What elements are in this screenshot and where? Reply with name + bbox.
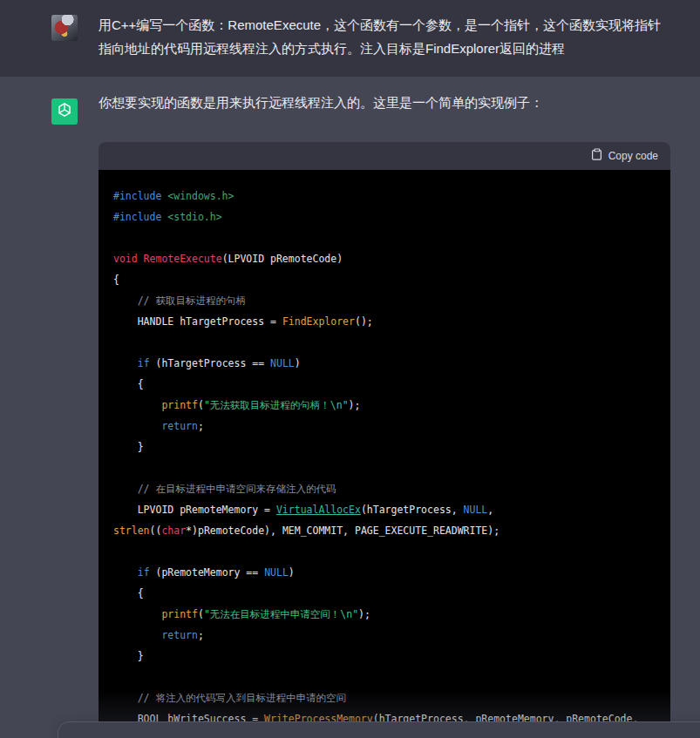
copy-code-label: Copy code — [608, 150, 658, 162]
code-line: { — [113, 374, 656, 395]
assistant-message-row: 你想要实现的函数是用来执行远程线程注入的。这里是一个简单的实现例子： Copy … — [0, 77, 700, 738]
code-line: // 在目标进程中申请空间来存储注入的代码 — [113, 478, 656, 499]
user-message-row: 用C++编写一个函数：RemoteExecute，这个函数有一个参数，是一个指针… — [0, 0, 700, 77]
code-line: } — [113, 646, 656, 667]
code-line — [113, 541, 656, 562]
code-block-header: Copy code — [99, 142, 670, 170]
code-line: printf("无法在目标进程中申请空间！\n"); — [113, 604, 656, 625]
code-line: printf("无法获取目标进程的句柄！\n"); — [113, 395, 656, 416]
chat-page: { "user_message": { "text": "用C++编写一个函数：… — [0, 0, 700, 738]
user-message-text: 用C++编写一个函数：RemoteExecute，这个函数有一个参数，是一个指针… — [99, 13, 670, 60]
code-line — [113, 332, 656, 353]
code-line — [113, 227, 656, 248]
code-line: HANDLE hTargetProcess = FindExplorer(); — [113, 311, 656, 332]
code-line — [113, 667, 656, 687]
code-line: return; — [113, 625, 656, 646]
clipboard-icon — [591, 148, 602, 164]
chat-input[interactable] — [58, 721, 700, 738]
code-body: #include <windows.h>#include <stdio.h> v… — [99, 170, 670, 738]
assistant-avatar — [51, 98, 78, 125]
code-line: #include <stdio.h> — [113, 207, 656, 227]
code-line: if (pRemoteMemory == NULL) — [113, 562, 656, 583]
user-avatar — [51, 15, 78, 41]
assistant-intro-text: 你想要实现的函数是用来执行远程线程注入的。这里是一个简单的实现例子： — [99, 91, 670, 114]
code-block: Copy code #include <windows.h>#include <… — [99, 142, 670, 738]
code-line: LPVOID pRemoteMemory = VirtualAllocEx(hT… — [113, 499, 656, 520]
code-line: } — [113, 437, 656, 457]
code-content: #include <windows.h>#include <stdio.h> v… — [113, 186, 656, 729]
code-line: { — [113, 583, 656, 604]
code-line: if (hTargetProcess == NULL) — [113, 353, 656, 374]
code-line: { — [113, 269, 656, 290]
openai-logo-icon — [55, 100, 74, 123]
code-line: strlen((char*)pRemoteCode), MEM_COMMIT, … — [113, 520, 656, 541]
code-line: return; — [113, 416, 656, 437]
code-line: // 将注入的代码写入到目标进程中申请的空间 — [113, 687, 656, 708]
code-line: void RemoteExecute(LPVOID pRemoteCode) — [113, 248, 656, 269]
code-line: // 获取目标进程的句柄 — [113, 290, 656, 311]
code-line: #include <windows.h> — [113, 186, 656, 207]
copy-code-button[interactable]: Copy code — [591, 148, 658, 164]
code-line — [113, 457, 656, 478]
